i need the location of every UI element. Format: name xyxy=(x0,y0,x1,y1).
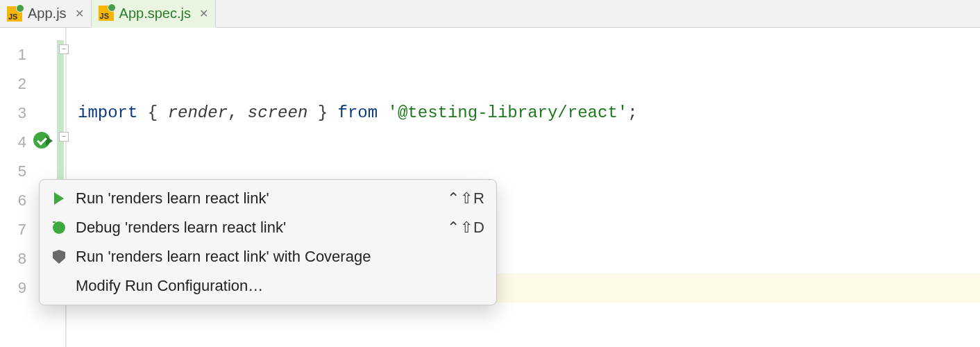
menu-item-label: Debug 'renders learn react link' xyxy=(76,219,439,237)
bug-icon xyxy=(51,221,67,234)
line-number[interactable]: 6 xyxy=(0,186,26,215)
menu-item-shortcut: ⌃⇧D xyxy=(447,219,485,237)
line-number[interactable]: 5 xyxy=(0,157,26,186)
menu-item-debug[interactable]: Debug 'renders learn react link' ⌃⇧D xyxy=(40,213,496,242)
editor: 1 2 3 4 5 6 7 8 9 import { render, scree… xyxy=(0,28,980,347)
tab-bar: App.js ✕ App.spec.js ✕ xyxy=(0,0,980,28)
menu-item-label: Run 'renders learn react link' with Cove… xyxy=(76,248,477,266)
close-icon[interactable]: ✕ xyxy=(75,7,84,20)
js-file-icon xyxy=(7,6,22,22)
tab-app-js[interactable]: App.js ✕ xyxy=(0,0,92,27)
line-number[interactable]: 1 xyxy=(0,40,26,69)
run-test-gutter-icon[interactable] xyxy=(33,132,50,153)
run-context-menu: Run 'renders learn react link' ⌃⇧R Debug… xyxy=(39,179,497,305)
line-number[interactable]: 2 xyxy=(0,69,26,99)
line-number-gutter: 1 2 3 4 5 6 7 8 9 xyxy=(0,28,33,347)
close-icon[interactable]: ✕ xyxy=(199,7,208,20)
tab-label: App.spec.js xyxy=(119,6,191,22)
line-number[interactable]: 9 xyxy=(0,273,26,303)
menu-item-run[interactable]: Run 'renders learn react link' ⌃⇧R xyxy=(40,184,496,213)
menu-item-label: Modify Run Configuration… xyxy=(76,277,477,295)
js-test-file-icon xyxy=(99,6,114,21)
menu-item-label: Run 'renders learn react link' xyxy=(76,189,439,208)
line-number[interactable]: 4 xyxy=(0,128,26,157)
tab-label: App.js xyxy=(28,6,67,22)
code-line[interactable]: import { render, screen } from '@testing… xyxy=(78,99,709,128)
line-number[interactable]: 8 xyxy=(0,244,26,273)
tab-app-spec-js[interactable]: App.spec.js ✕ xyxy=(92,0,216,28)
shield-icon xyxy=(51,250,67,264)
line-number[interactable]: 7 xyxy=(0,215,26,244)
menu-item-shortcut: ⌃⇧R xyxy=(447,189,485,208)
play-icon xyxy=(51,192,67,205)
menu-item-run-coverage[interactable]: Run 'renders learn react link' with Cove… xyxy=(40,242,496,271)
menu-item-modify-run-config[interactable]: Modify Run Configuration… xyxy=(40,271,496,301)
line-number[interactable]: 3 xyxy=(0,99,26,128)
